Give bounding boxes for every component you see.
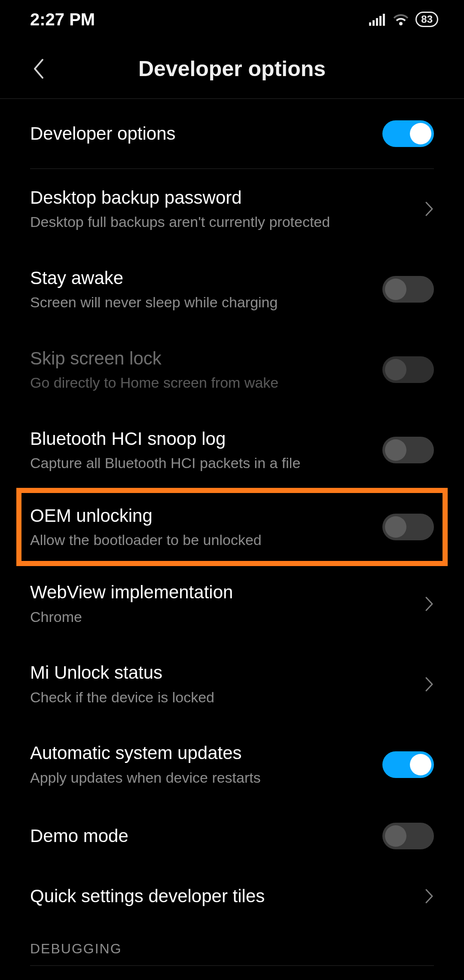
chevron-right-icon [424,888,434,904]
back-button[interactable] [26,56,52,82]
wifi-icon [392,13,409,26]
row-subtitle: Capture all Bluetooth HCI packets in a f… [30,454,369,472]
row-subtitle: Desktop full backups aren't currently pr… [30,213,412,231]
row-subtitle: Check if the device is locked [30,688,412,707]
svg-rect-1 [372,20,375,26]
toggle-demo-mode[interactable] [382,823,434,849]
row-subtitle: Chrome [30,608,412,626]
row-mi-unlock-status[interactable]: Mi Unlock status Check if the device is … [30,644,434,724]
chevron-right-icon [424,596,434,612]
status-bar: 2:27 PM 83 [0,0,464,39]
svg-rect-0 [369,22,371,26]
row-subtitle: Apply updates when device restarts [30,769,369,787]
row-skip-screen-lock: Skip screen lock Go directly to Home scr… [30,330,434,410]
chevron-right-icon [424,201,434,217]
chevron-left-icon [32,58,45,80]
row-title: Stay awake [30,267,369,289]
row-subtitle: Screen will never sleep while charging [30,293,369,312]
svg-rect-2 [376,18,378,26]
row-title: Mi Unlock status [30,662,412,683]
toggle-automatic-system-updates[interactable] [382,751,434,778]
status-time: 2:27 PM [30,10,95,29]
svg-rect-4 [383,14,385,26]
battery-level: 83 [421,13,433,25]
row-title: Skip screen lock [30,348,369,369]
chevron-right-icon [424,676,434,692]
row-title: OEM unlocking [30,505,369,527]
row-subtitle: Allow the bootloader to be unlocked [30,531,369,549]
row-subtitle: Go directly to Home screen from wake [30,374,369,392]
row-automatic-system-updates[interactable]: Automatic system updates Apply updates w… [30,724,434,805]
toggle-oem-unlocking[interactable] [382,514,434,540]
cellular-signal-icon [369,13,386,26]
highlight-oem-unlocking: OEM unlocking Allow the bootloader to be… [16,488,448,567]
page-title: Developer options [138,56,326,81]
row-demo-mode[interactable]: Demo mode [30,805,434,867]
toggle-skip-screen-lock [382,356,434,383]
row-webview-implementation[interactable]: WebView implementation Chrome [30,564,434,644]
toggle-stay-awake[interactable] [382,276,434,303]
row-title: Bluetooth HCI snoop log [30,428,369,450]
row-stay-awake[interactable]: Stay awake Screen will never sleep while… [30,249,434,330]
battery-icon: 83 [415,12,438,27]
row-title: Automatic system updates [30,742,369,764]
status-right: 83 [369,12,438,27]
row-oem-unlocking[interactable]: OEM unlocking Allow the bootloader to be… [30,502,434,552]
row-title: Quick settings developer tiles [30,885,412,907]
toggle-bluetooth-hci-snoop[interactable] [382,437,434,463]
row-title: Developer options [30,123,369,144]
page-header: Developer options [0,39,464,99]
toggle-developer-options[interactable] [382,120,434,147]
svg-point-5 [399,22,403,25]
row-bluetooth-hci-snoop[interactable]: Bluetooth HCI snoop log Capture all Blue… [30,410,434,490]
svg-rect-3 [379,16,382,26]
row-desktop-backup-password[interactable]: Desktop backup password Desktop full bac… [30,169,434,249]
row-title: Desktop backup password [30,187,412,208]
row-quick-settings-tiles[interactable]: Quick settings developer tiles [30,867,434,925]
settings-list: Developer options Desktop backup passwor… [0,99,464,966]
row-developer-options[interactable]: Developer options [30,99,434,169]
section-debugging: DEBUGGING [30,925,434,966]
row-title: Demo mode [30,825,369,847]
row-title: WebView implementation [30,582,412,603]
